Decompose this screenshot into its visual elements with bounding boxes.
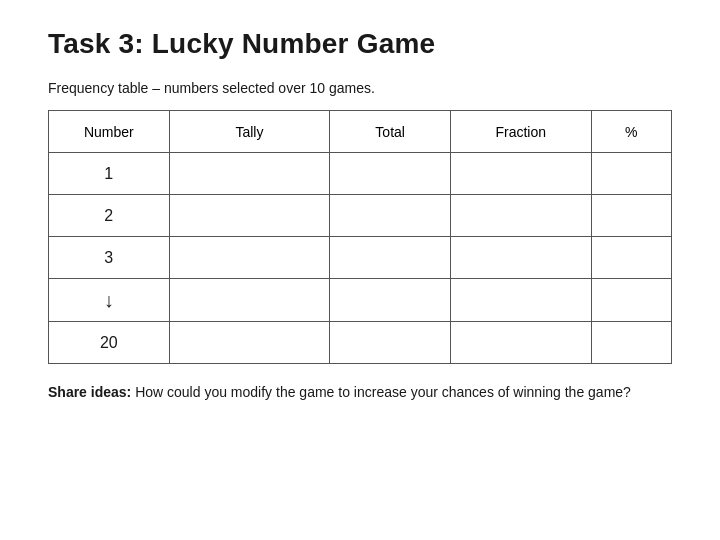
header-fraction: Fraction [450,111,591,153]
table-row: 1 [49,153,672,195]
page-title: Task 3: Lucky Number Game [48,28,672,60]
cell-tally-1 [169,153,330,195]
cell-tally-2 [169,195,330,237]
header-total: Total [330,111,451,153]
cell-total-20 [330,322,451,364]
page-container: Task 3: Lucky Number Game Frequency tabl… [0,0,720,540]
table-row: 2 [49,195,672,237]
footer-bold: Share ideas: [48,384,131,400]
cell-percent-20 [591,322,671,364]
header-percent: % [591,111,671,153]
cell-fraction-3 [450,237,591,279]
cell-fraction-arrow [450,279,591,322]
header-tally: Tally [169,111,330,153]
cell-percent-1 [591,153,671,195]
cell-percent-3 [591,237,671,279]
table-header-row: Number Tally Total Fraction % [49,111,672,153]
cell-fraction-20 [450,322,591,364]
footer-text: Share ideas: How could you modify the ga… [48,382,672,403]
header-number: Number [49,111,170,153]
cell-total-arrow [330,279,451,322]
table-row: ↓ [49,279,672,322]
cell-number-arrow: ↓ [49,279,170,322]
cell-tally-20 [169,322,330,364]
cell-number-3: 3 [49,237,170,279]
frequency-table: Number Tally Total Fraction % 1 2 [48,110,672,364]
table-row: 20 [49,322,672,364]
footer-normal: How could you modify the game to increas… [131,384,631,400]
cell-total-3 [330,237,451,279]
cell-percent-2 [591,195,671,237]
cell-tally-arrow [169,279,330,322]
subtitle: Frequency table – numbers selected over … [48,80,672,96]
cell-number-1: 1 [49,153,170,195]
cell-total-2 [330,195,451,237]
cell-total-1 [330,153,451,195]
cell-fraction-2 [450,195,591,237]
cell-number-20: 20 [49,322,170,364]
table-row: 3 [49,237,672,279]
cell-fraction-1 [450,153,591,195]
cell-number-2: 2 [49,195,170,237]
cell-tally-3 [169,237,330,279]
cell-percent-arrow [591,279,671,322]
